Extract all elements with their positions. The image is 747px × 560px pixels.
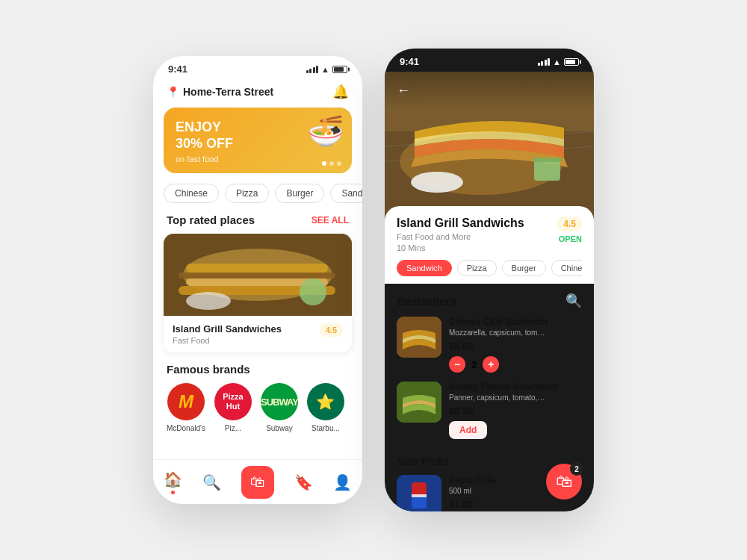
svg-point-6 bbox=[186, 292, 231, 310]
wifi-icon-right: ▲ bbox=[553, 57, 561, 66]
location-row[interactable]: 📍 Home-Terra Street bbox=[167, 86, 273, 98]
time-right: 9:41 bbox=[400, 56, 419, 67]
cheese-plus-btn[interactable]: + bbox=[483, 356, 499, 373]
wifi-icon: ▲ bbox=[321, 65, 329, 74]
detail-chip-pizza[interactable]: Pizza bbox=[457, 260, 497, 276]
status-icons-left: ▲ bbox=[306, 65, 347, 74]
battery-icon-right bbox=[564, 58, 579, 66]
detail-chip-chinese[interactable]: Chinese bbox=[551, 260, 582, 276]
cart-button[interactable]: 🛍 bbox=[241, 466, 274, 499]
signal-icon-right bbox=[538, 58, 551, 66]
restaurant-type: Fast Food bbox=[173, 336, 282, 345]
cheese-desc: Mozzarella, capsicum, tomato, potat... bbox=[449, 329, 546, 337]
restaurant-detail: Island Grill Sandwichs Fast Food and Mor… bbox=[385, 206, 594, 284]
hero-image: ← bbox=[385, 72, 594, 221]
bestsellers-title: Bestsellers bbox=[397, 295, 456, 308]
detail-subtitle: Fast Food and More bbox=[397, 232, 524, 241]
bell-icon[interactable]: 🔔 bbox=[332, 84, 349, 100]
paneer-actions: Add bbox=[449, 421, 582, 439]
nav-cart[interactable]: 🛍 bbox=[241, 466, 274, 499]
status-icons-right: ▲ bbox=[538, 57, 579, 66]
starbucks-name: Starbu... bbox=[311, 424, 340, 432]
detail-time: 10 Mins bbox=[397, 243, 524, 252]
header: 📍 Home-Terra Street 🔔 bbox=[153, 79, 362, 108]
promo-sub-text: on fast food bbox=[176, 155, 340, 164]
see-all-button[interactable]: SEE ALL bbox=[311, 215, 349, 225]
location-pin-icon: 📍 bbox=[167, 86, 179, 98]
rating-badge: 4.5 bbox=[320, 323, 343, 337]
svg-rect-15 bbox=[533, 158, 562, 162]
detail-food-type: Fast Food and More bbox=[397, 232, 471, 241]
back-arrow-icon[interactable]: ← bbox=[397, 83, 410, 99]
time-left: 9:41 bbox=[168, 63, 187, 75]
status-bar-right: 9:41 ▲ bbox=[385, 49, 594, 72]
promo-dots bbox=[322, 161, 341, 166]
battery-icon bbox=[332, 66, 347, 73]
cheese-minus-btn[interactable]: − bbox=[449, 356, 465, 373]
brand-starbucks[interactable]: ⭐ Starbu... bbox=[307, 383, 344, 432]
nav-profile[interactable]: 👤 bbox=[333, 473, 352, 491]
famous-brands-section: Famous brands M McDonald's PizzaHut Piz.… bbox=[153, 363, 362, 432]
restaurant-info: Island Grill Sandwiches Fast Food 4.5 bbox=[164, 316, 352, 352]
phones-container: 9:41 ▲ 📍 Home-Terra Street 🔔 EN bbox=[153, 49, 594, 511]
category-chips: Chinese Pizza Burger Sandwich bbox=[153, 184, 362, 214]
chip-chinese[interactable]: Chinese bbox=[164, 184, 219, 203]
brand-mcdonalds[interactable]: M McDonald's bbox=[167, 383, 205, 432]
paneer-add-button[interactable]: Add bbox=[449, 421, 487, 439]
nav-saved[interactable]: 🔖 bbox=[294, 473, 313, 491]
bestsellers-header: Bestsellers 🔍 bbox=[397, 293, 582, 309]
svg-point-13 bbox=[411, 172, 463, 193]
nav-search[interactable]: 🔍 bbox=[202, 473, 221, 491]
chip-burger[interactable]: Burger bbox=[275, 184, 324, 203]
mcdonalds-logo: M bbox=[167, 383, 205, 420]
paneer-desc: Panner, capsicum, tomato, potato, bbox=[449, 393, 546, 402]
bottom-nav: 🏠 🔍 🛍 🔖 👤 bbox=[153, 459, 362, 504]
home-icon: 🏠 bbox=[164, 470, 182, 488]
menu-item-paneer: Smoky Paneer Sandwitch Panner, capsicum,… bbox=[397, 382, 582, 439]
menu-item-cheese: Cheese Club Sandwich Mozzarella, capsicu… bbox=[397, 317, 582, 373]
brand-subway[interactable]: SUBWAY Subway bbox=[261, 383, 298, 432]
cheese-actions: − 2 + bbox=[449, 356, 582, 373]
starbucks-logo: ⭐ bbox=[307, 383, 344, 420]
sandwich-illustration bbox=[164, 234, 352, 316]
restaurant-card[interactable]: Island Grill Sandwiches Fast Food 4.5 bbox=[164, 234, 352, 352]
promo-banner[interactable]: ENJOY30% OFF on fast food 🍜 bbox=[164, 108, 352, 173]
chip-sandwich[interactable]: Sandwich bbox=[330, 184, 362, 203]
pizzahut-name: Piz... bbox=[225, 424, 241, 432]
cart-fab[interactable]: 🛍 2 bbox=[546, 464, 582, 500]
restaurant-name: Island Grill Sandwiches bbox=[173, 323, 282, 335]
cart-count-badge: 2 bbox=[570, 462, 583, 476]
detail-chip-burger[interactable]: Burger bbox=[502, 260, 546, 276]
svg-point-7 bbox=[300, 279, 326, 305]
top-rated-title: Top rated places bbox=[167, 214, 255, 226]
detail-restaurant-name: Island Grill Sandwichs bbox=[397, 217, 524, 230]
brands-title: Famous brands bbox=[167, 363, 250, 376]
nav-home[interactable]: 🏠 bbox=[164, 470, 182, 494]
search-nav-icon: 🔍 bbox=[202, 473, 221, 491]
detail-chip-sandwich[interactable]: Sandwich bbox=[397, 260, 452, 276]
pizzahut-logo: PizzaHut bbox=[214, 383, 252, 420]
brand-pizzahut[interactable]: PizzaHut Piz... bbox=[214, 383, 252, 432]
svg-rect-2 bbox=[186, 264, 328, 273]
home-active-dot bbox=[171, 491, 175, 494]
hero-overlay: ← bbox=[385, 72, 594, 109]
brands-row: M McDonald's PizzaHut Piz... SUBWAY Subw… bbox=[167, 383, 349, 432]
cheese-name: Cheese Club Sandwich bbox=[449, 317, 582, 327]
svg-rect-3 bbox=[179, 273, 335, 279]
paneer-name: Smoky Paneer Sandwitch bbox=[449, 382, 582, 392]
svg-rect-20 bbox=[412, 482, 427, 496]
left-phone: 9:41 ▲ 📍 Home-Terra Street 🔔 EN bbox=[153, 56, 362, 504]
cheese-price: $6.85 bbox=[449, 340, 582, 352]
detail-header: Island Grill Sandwichs Fast Food and Mor… bbox=[397, 217, 582, 252]
menu-search-icon[interactable]: 🔍 bbox=[565, 293, 582, 309]
chip-pizza[interactable]: Pizza bbox=[225, 184, 269, 203]
svg-rect-14 bbox=[534, 160, 560, 181]
promo-food-icon: 🍜 bbox=[307, 113, 344, 149]
open-badge: OPEN bbox=[559, 234, 582, 243]
cheese-sandwich-image bbox=[397, 317, 441, 358]
svg-rect-21 bbox=[412, 494, 427, 497]
subway-logo: SUBWAY bbox=[261, 383, 298, 420]
bestsellers-section: Bestsellers 🔍 Cheese Club Sandwich Mozza… bbox=[385, 284, 594, 439]
profile-icon: 👤 bbox=[333, 473, 352, 491]
detail-chips: Sandwich Pizza Burger Chinese bbox=[397, 260, 582, 276]
